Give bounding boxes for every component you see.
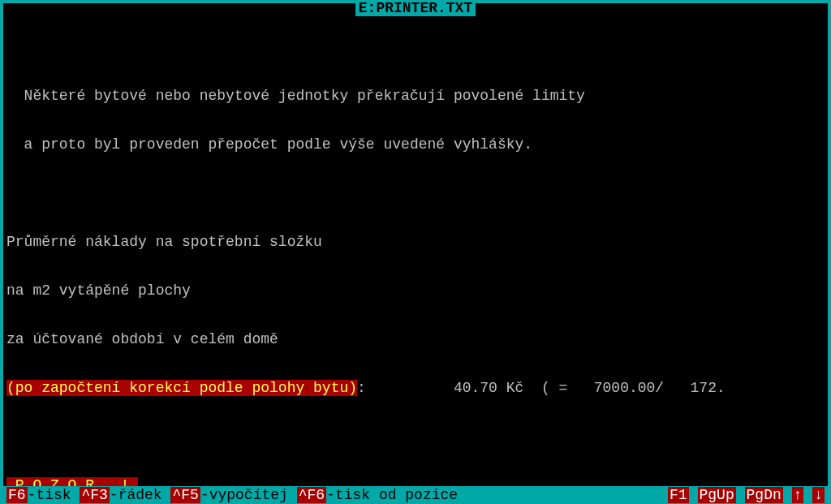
document-body: Některé bytové nebo nebytové jednotky př… [3,3,828,504]
f1-key[interactable]: F1 [668,487,689,503]
avg-correction-hl: (po započtení korekcí podle polohy bytu) [6,380,357,396]
down-arrow-key[interactable]: ↓ [812,487,825,503]
f6-label: -tisk [28,487,80,503]
up-arrow-key[interactable]: ↑ [792,487,804,503]
alt-f3-key[interactable]: ^F3 [80,487,109,503]
alt-f6-key[interactable]: ^F6 [297,487,326,503]
alt-f3-label: -řádek [110,487,171,503]
alt-f6-label: -tisk od pozice [326,487,458,503]
avg-correction-values: : 40.70 Kč ( = 7000.00/ 172. [357,380,726,396]
pgup-key[interactable]: PgUp [698,487,736,503]
alt-f5-label: -vypočítej [200,487,297,503]
msg-line-2: a proto byl proveden přepočet podle výše… [6,136,826,153]
avg-line-4: (po započtení korekcí podle polohy bytu)… [6,380,826,396]
msg-line-1: Některé bytové nebo nebytové jednotky př… [6,88,826,104]
f6-key[interactable]: F6 [6,487,28,503]
alt-f5-key[interactable]: ^F5 [170,487,200,503]
avg-line-2: na m2 vytápěné plochy [6,282,826,299]
pgdn-key[interactable]: PgDn [745,487,783,503]
statusbar: F6-tisk ^F3-řádek ^F5-vypočítej ^F6-tisk… [3,486,828,504]
avg-line-3: za účtované období v celém domě [6,331,826,347]
avg-line-1: Průměrné náklady na spotřební složku [6,234,826,250]
app-window: E:PRINTER.TXT Některé bytové nebo nebyto… [0,0,831,504]
